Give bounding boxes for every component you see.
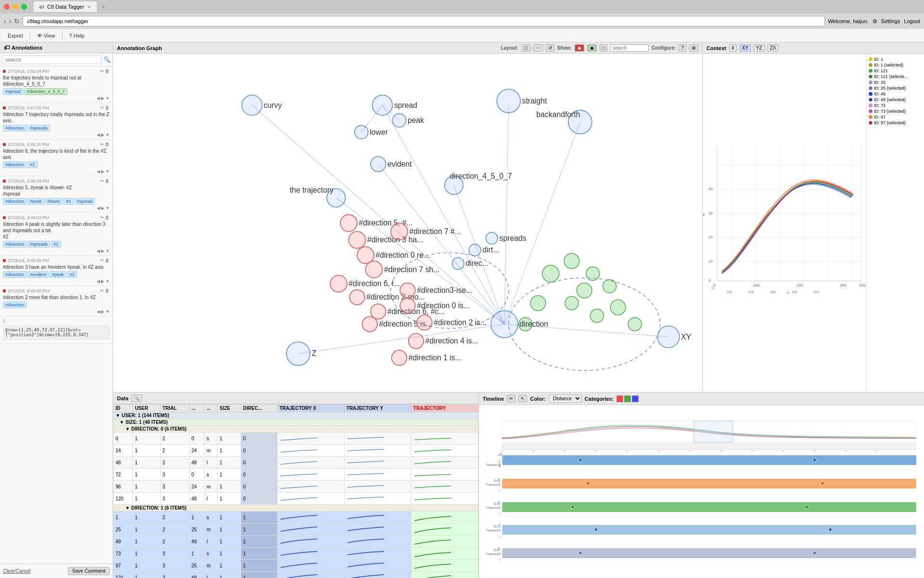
col-user[interactable]: USER <box>133 405 160 412</box>
tag[interactable]: #Z <box>51 241 61 248</box>
view-button[interactable]: 👁 View <box>33 32 59 39</box>
col-id[interactable]: ID <box>114 405 133 412</box>
collapse-icon[interactable]: ▼ <box>105 309 110 314</box>
table-row[interactable]: 251225m1 1 <box>114 524 478 536</box>
timeline-pointer-button[interactable]: ↖ <box>518 395 527 402</box>
prev-icon[interactable]: ◀ <box>97 309 100 314</box>
tag[interactable]: #spread <box>75 198 95 205</box>
save-comment-button[interactable]: Save Comment <box>68 567 110 575</box>
next-icon[interactable]: ▶ <box>101 96 104 101</box>
col-traj-z[interactable]: TRAJECTORY <box>411 405 478 412</box>
col-traj-y[interactable]: TRAJECTORY Y <box>344 405 411 412</box>
show-red-button[interactable]: ■ <box>575 44 584 52</box>
tag[interactable]: #spreads <box>27 241 50 248</box>
tag[interactable]: #peak <box>50 271 66 278</box>
tag[interactable]: #Z <box>27 161 38 168</box>
table-row[interactable]: 73131s1 1 <box>114 548 478 560</box>
prev-icon[interactable]: ◀ <box>97 206 100 210</box>
cat-color-red[interactable] <box>616 395 623 402</box>
collapse-icon[interactable]: ▼ <box>105 249 110 253</box>
close-button[interactable] <box>4 4 10 10</box>
table-row[interactable]: 491249l1 1 <box>114 536 478 548</box>
table-row[interactable]: 1121s1 1 <box>114 512 478 524</box>
minimize-button[interactable] <box>13 4 18 10</box>
delete-icon[interactable]: 🗑 <box>105 142 110 147</box>
table-row[interactable]: 72130s1 0 <box>114 469 478 481</box>
settings-link[interactable]: Settings <box>881 18 900 24</box>
configure-info-button[interactable]: ? <box>679 44 686 52</box>
edit-icon[interactable]: ✏ <box>100 142 104 147</box>
prev-icon[interactable]: ◀ <box>97 132 100 137</box>
data-search-button[interactable]: 🔍 <box>131 394 142 402</box>
tag[interactable]: #direction <box>3 302 26 308</box>
clear-cancel-button[interactable]: Clear/Cancel <box>3 568 31 574</box>
col-trial[interactable]: TRIAL <box>160 405 189 412</box>
configure-settings-button[interactable]: ⚙ <box>689 44 698 52</box>
delete-icon[interactable]: 🗑 <box>105 215 110 220</box>
show-green-button[interactable]: ■ <box>587 44 597 52</box>
context-tab-zx[interactable]: ZX <box>768 44 779 52</box>
delete-icon[interactable]: 🗑 <box>105 178 110 184</box>
col-size[interactable]: SIZE <box>218 405 241 412</box>
edit-icon[interactable]: ✏ <box>100 178 104 184</box>
collapse-icon[interactable]: ▼ <box>105 206 110 210</box>
edit-icon[interactable]: ✏ <box>100 68 104 74</box>
color-select[interactable]: Distance <box>549 394 582 403</box>
collapse-icon[interactable]: ▼ <box>105 169 110 174</box>
tag[interactable]: #direction_4_5_0_7 <box>25 88 67 95</box>
prev-icon[interactable]: ◀ <box>97 96 100 101</box>
tag[interactable]: #Z <box>64 198 74 205</box>
address-bar[interactable] <box>23 16 825 26</box>
table-row[interactable]: 481248l1 0 <box>114 457 478 469</box>
table-row[interactable]: 0 1 2 0 s 1 0 <box>114 433 478 445</box>
edit-icon[interactable]: ✏ <box>100 215 104 220</box>
graph-search-input[interactable] <box>610 44 649 52</box>
prev-icon[interactable]: ◀ <box>97 279 100 284</box>
next-icon[interactable]: ▶ <box>101 249 104 253</box>
refresh-button[interactable]: ↻ <box>14 17 20 25</box>
col-direc[interactable]: DIREC... <box>241 405 278 412</box>
context-tab-yz[interactable]: YZ <box>754 44 765 52</box>
cat-color-green[interactable] <box>624 395 631 402</box>
logout-link[interactable]: Logout <box>904 18 920 24</box>
help-button[interactable]: ? Help <box>65 32 89 39</box>
context-tab-xy[interactable]: XY <box>740 44 751 52</box>
layout-grid-button[interactable]: ⬡ <box>521 44 530 52</box>
tag[interactable]: #direction <box>3 161 26 168</box>
layout-dots-button[interactable]: ⋯ <box>533 44 543 52</box>
maximize-button[interactable] <box>21 4 27 10</box>
col-extra2[interactable]: ... <box>205 405 218 412</box>
delete-icon[interactable]: 🗑 <box>105 288 110 293</box>
edit-icon[interactable]: ✏ <box>100 105 104 110</box>
table-row[interactable]: 1211349l1 1 <box>114 572 478 578</box>
collapse-icon[interactable]: ▼ <box>105 279 110 284</box>
delete-icon[interactable]: 🗑 <box>105 105 110 110</box>
tab-close-icon[interactable]: ✕ <box>87 4 91 10</box>
table-row[interactable]: 1201348l1 0 <box>114 493 478 505</box>
delete-icon[interactable]: 🗑 <box>105 258 110 263</box>
tag[interactable]: #direction <box>3 125 26 131</box>
back-button[interactable]: ‹ <box>4 17 6 25</box>
next-icon[interactable]: ▶ <box>101 206 104 210</box>
tag[interactable]: #peak <box>27 198 44 205</box>
export-button[interactable]: Export <box>4 32 27 39</box>
tag[interactable]: #direction <box>3 198 26 205</box>
tag[interactable]: #spread <box>3 88 24 95</box>
prev-icon[interactable]: ◀ <box>97 249 100 253</box>
next-icon[interactable]: ▶ <box>101 309 104 314</box>
context-tab-hash[interactable]: # <box>729 44 737 52</box>
search-button[interactable]: 🔍 <box>103 56 111 63</box>
browser-tab[interactable]: 🏷 C8 Data Tagger ✕ <box>34 1 97 12</box>
next-icon[interactable]: ▶ <box>101 279 104 284</box>
show-toggle-button[interactable]: □ <box>600 44 607 52</box>
tag[interactable]: #evident <box>27 271 49 278</box>
new-tab-button[interactable]: + <box>102 3 105 11</box>
col-traj-x[interactable]: TRAJECTORY X <box>277 405 344 412</box>
tag[interactable]: #Z <box>67 271 77 278</box>
tag[interactable]: #lower <box>45 198 63 205</box>
collapse-icon[interactable]: ▼ <box>105 132 110 137</box>
delete-icon[interactable]: 🗑 <box>105 68 110 74</box>
table-row[interactable]: 971325m1 1 <box>114 560 478 572</box>
layout-refresh-button[interactable]: ↺ <box>546 44 554 52</box>
timeline-edit-button[interactable]: ✏ <box>507 395 515 402</box>
